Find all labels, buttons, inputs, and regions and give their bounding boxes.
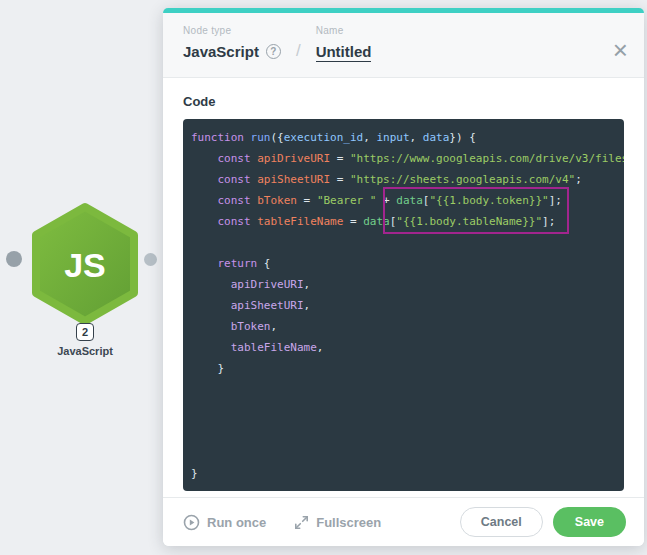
- code-line[interactable]: [191, 400, 624, 421]
- play-circle-icon: [183, 514, 200, 531]
- modal-body: Code function run({execution_id, input, …: [163, 78, 644, 491]
- node-logo-text: JS: [64, 246, 106, 284]
- node-type-value: JavaScript: [183, 43, 259, 60]
- save-button[interactable]: Save: [553, 507, 626, 537]
- cancel-button[interactable]: Cancel: [460, 507, 543, 537]
- code-line[interactable]: [191, 421, 624, 442]
- code-line[interactable]: const apiDriveURI = "https://www.googlea…: [191, 148, 624, 169]
- code-line[interactable]: const bToken = "Bearer " + data["{{1.bod…: [191, 190, 624, 211]
- input-port-icon[interactable]: [6, 251, 22, 267]
- code-line[interactable]: apiSheetURI,: [191, 295, 624, 316]
- name-label: Name: [316, 25, 372, 36]
- code-line[interactable]: return {: [191, 253, 624, 274]
- code-line[interactable]: const tableFileName = data["{{1.body.tab…: [191, 211, 624, 232]
- help-icon[interactable]: ?: [266, 44, 281, 59]
- code-line[interactable]: [191, 442, 624, 463]
- code-editor-content: function run({execution_id, input, data}…: [191, 127, 624, 484]
- node-settings-modal: Node type JavaScript ? / Name Untitled ×…: [163, 8, 644, 546]
- run-once-label: Run once: [207, 515, 266, 530]
- node-name-input[interactable]: Untitled: [316, 43, 372, 62]
- code-line[interactable]: [191, 379, 624, 400]
- code-line[interactable]: [191, 232, 624, 253]
- code-line[interactable]: bToken,: [191, 316, 624, 337]
- code-line[interactable]: apiDriveURI,: [191, 274, 624, 295]
- header-separator: /: [296, 41, 301, 62]
- node-label: JavaScript: [0, 345, 170, 357]
- code-line[interactable]: }: [191, 358, 624, 379]
- code-editor[interactable]: function run({execution_id, input, data}…: [183, 119, 624, 491]
- run-once-button[interactable]: Run once: [183, 514, 266, 531]
- node-order-badge: 2: [76, 323, 94, 341]
- code-line[interactable]: tableFileName,: [191, 337, 624, 358]
- fullscreen-icon: [294, 515, 309, 530]
- code-line[interactable]: const apiSheetURI = "https://sheets.goog…: [191, 169, 624, 190]
- fullscreen-label: Fullscreen: [316, 515, 381, 530]
- node-type-label: Node type: [183, 25, 281, 36]
- modal-footer: Run once Fullscreen Cancel Save: [163, 497, 644, 546]
- output-port-icon[interactable]: [144, 253, 157, 266]
- workflow-node-javascript[interactable]: JS 2 JavaScript: [0, 196, 170, 366]
- code-line[interactable]: }: [191, 463, 624, 484]
- node-name-field: Name Untitled: [316, 25, 372, 62]
- fullscreen-button[interactable]: Fullscreen: [294, 515, 381, 530]
- modal-header: Node type JavaScript ? / Name Untitled ×: [163, 13, 644, 78]
- code-line[interactable]: function run({execution_id, input, data}…: [191, 127, 624, 148]
- code-field-label: Code: [183, 94, 624, 109]
- app-root: { "colors": { "accent_teal": "#3ed0c4", …: [0, 0, 647, 555]
- nodejs-hexagon-logo[interactable]: JS: [25, 202, 145, 326]
- node-type-field: Node type JavaScript ?: [183, 25, 281, 60]
- close-icon[interactable]: ×: [613, 37, 628, 63]
